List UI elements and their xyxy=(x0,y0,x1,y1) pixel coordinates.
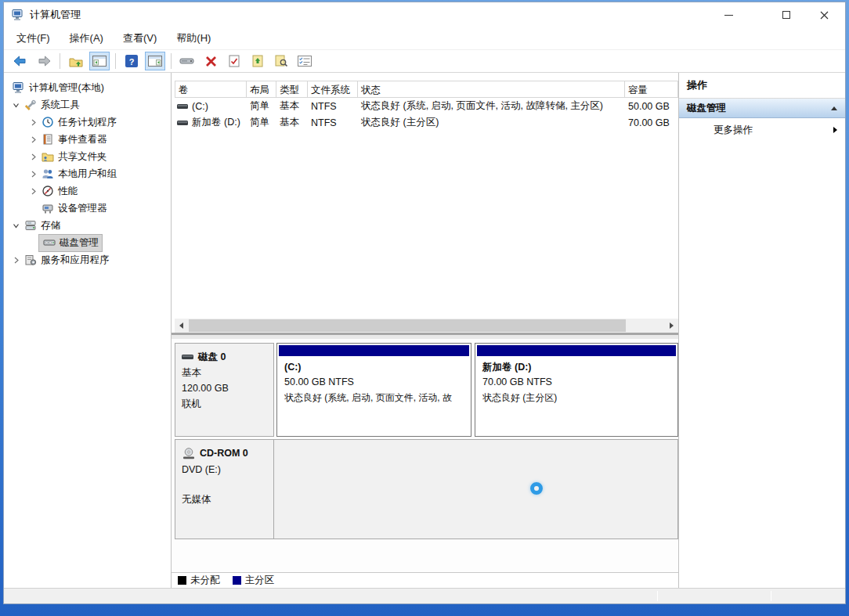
horizontal-scrollbar[interactable] xyxy=(175,319,678,333)
chevron-right-icon[interactable] xyxy=(27,171,39,178)
tree-item-storage[interactable]: 存储 xyxy=(4,217,171,234)
column-header-capacity[interactable]: 容量 xyxy=(625,81,678,98)
partition-c[interactable]: (C:) 50.00 GB NTFS 状态良好 (系统, 启动, 页面文件, 活… xyxy=(276,343,471,437)
column-header-volume[interactable]: 卷 xyxy=(175,81,247,98)
svg-text:?: ? xyxy=(129,57,135,67)
partition-d[interactable]: 新加卷 (D:) 70.00 GB NTFS 状态良好 (主分区) xyxy=(475,343,678,437)
statusbar-separator xyxy=(771,591,771,601)
content-area: 计算机管理(本地) 系统工具 任务计划程序 事件查看器 xyxy=(4,73,845,588)
column-header-status[interactable]: 状态 xyxy=(358,81,625,98)
more-actions-item[interactable]: 更多操作 xyxy=(679,118,845,142)
drive-button[interactable] xyxy=(177,52,197,70)
properties-button[interactable] xyxy=(224,52,244,70)
back-button[interactable] xyxy=(10,52,31,70)
primary-partition-band xyxy=(279,345,469,356)
chevron-right-icon[interactable] xyxy=(27,119,39,126)
close-icon xyxy=(820,11,829,20)
delete-button[interactable] xyxy=(201,52,221,70)
chevron-right-icon[interactable] xyxy=(27,136,39,143)
tree-item-performance[interactable]: 性能 xyxy=(4,182,171,200)
close-button[interactable] xyxy=(806,2,842,27)
scroll-right-icon xyxy=(670,322,674,329)
minimize-button[interactable] xyxy=(710,2,746,27)
pane-splitter[interactable] xyxy=(172,333,678,339)
find-doc-button[interactable] xyxy=(271,52,291,70)
chevron-right-icon[interactable] xyxy=(27,153,39,160)
help-button[interactable]: ? xyxy=(121,52,142,70)
task-scheduler-icon xyxy=(41,116,54,128)
tree-item-services-applications[interactable]: 服务和应用程序 xyxy=(4,251,171,268)
disk-management-icon xyxy=(42,236,56,249)
disk-icon xyxy=(182,353,194,361)
tree-item-device-manager[interactable]: 设备管理器 xyxy=(4,200,171,217)
disk-management-section-header[interactable]: 磁盘管理 xyxy=(679,99,845,118)
toolbar-separator xyxy=(115,53,116,69)
minimize-icon xyxy=(724,15,733,16)
column-header-filesystem[interactable]: 文件系统 xyxy=(308,81,358,98)
table-row-volume-c[interactable]: (C:) 简单 基本 NTFS 状态良好 (系统, 启动, 页面文件, 活动, … xyxy=(175,98,678,114)
cdrom-0-label[interactable]: CD-ROM 0 DVD (E:) 无媒体 xyxy=(175,439,274,539)
cdrom-icon xyxy=(182,448,196,459)
menu-help[interactable]: 帮助(H) xyxy=(168,28,219,49)
volume-table-header: 卷 布局 类型 文件系统 状态 容量 xyxy=(175,81,678,98)
tree-item-local-users-groups[interactable]: 本地用户和组 xyxy=(4,165,171,182)
cdrom-0-media-area[interactable] xyxy=(274,439,678,539)
new-doc-button[interactable] xyxy=(247,52,268,70)
folder-up-button[interactable] xyxy=(66,52,86,70)
tree-item-event-viewer[interactable]: 事件查看器 xyxy=(4,131,171,148)
chevron-right-icon[interactable] xyxy=(10,257,22,264)
scrollbar-thumb[interactable] xyxy=(189,319,626,332)
table-row-volume-d[interactable]: 新加卷 (D:) 简单 基本 NTFS 状态良好 (主分区) 70.00 GB xyxy=(175,114,678,131)
legend-unallocated: 未分配 xyxy=(178,574,220,587)
actions-header: 操作 xyxy=(679,73,845,99)
console-tree-icon xyxy=(92,56,107,67)
volume-icon xyxy=(177,103,189,110)
busy-spinner-icon xyxy=(530,482,543,495)
title-bar[interactable]: 计算机管理 xyxy=(4,2,845,27)
shared-folders-icon xyxy=(41,150,54,163)
scroll-right-button[interactable] xyxy=(665,319,678,333)
partition-c-status: 状态良好 (系统, 启动, 页面文件, 活动, 故 xyxy=(284,391,464,405)
show-action-pane-button[interactable] xyxy=(145,52,165,70)
chevron-down-icon[interactable] xyxy=(10,222,22,229)
toolbar-separator xyxy=(171,53,172,69)
desktop-background: 计算机管理 文件(F) 操作(A) 查看(V) 帮助(H) xyxy=(0,0,849,616)
computer-management-window: 计算机管理 文件(F) 操作(A) 查看(V) 帮助(H) xyxy=(3,2,846,604)
partition-c-title: (C:) xyxy=(284,360,464,375)
tools-icon xyxy=(23,99,37,111)
toolbar: ? xyxy=(4,49,845,73)
menu-action[interactable]: 操作(A) xyxy=(62,28,111,49)
find-doc-icon xyxy=(275,55,288,67)
menu-file[interactable]: 文件(F) xyxy=(9,28,58,49)
disk-0-label[interactable]: 磁盘 0 基本 120.00 GB 联机 xyxy=(175,343,274,437)
selected-highlight: 磁盘管理 xyxy=(39,235,102,251)
disk-0-capacity: 120.00 GB xyxy=(182,380,267,396)
computer-icon xyxy=(12,81,25,94)
collapse-icon[interactable] xyxy=(831,106,837,110)
chevron-right-icon[interactable] xyxy=(27,188,39,195)
action-pane-icon xyxy=(148,56,162,67)
column-header-layout[interactable]: 布局 xyxy=(247,81,276,98)
cdrom-0-media: 无媒体 xyxy=(182,492,267,508)
tree-item-computer-management[interactable]: 计算机管理(本地) xyxy=(4,79,171,96)
checklist-button[interactable] xyxy=(294,52,315,70)
show-console-tree-button[interactable] xyxy=(89,52,110,70)
status-bar xyxy=(4,588,845,603)
submenu-arrow-icon xyxy=(833,127,837,133)
partition-legend: 未分配 主分区 xyxy=(172,572,678,588)
menu-view[interactable]: 查看(V) xyxy=(115,28,164,49)
back-icon xyxy=(13,55,28,67)
scroll-left-button[interactable] xyxy=(175,319,188,333)
checklist-icon xyxy=(298,56,312,67)
forward-button[interactable] xyxy=(34,52,54,70)
device-manager-icon xyxy=(41,202,54,214)
chevron-down-icon[interactable] xyxy=(10,102,22,109)
disk-management-main: 卷 布局 类型 文件系统 状态 容量 (C:) 简单 基本 xyxy=(172,73,678,588)
tree-item-system-tools[interactable]: 系统工具 xyxy=(4,96,171,113)
column-header-type[interactable]: 类型 xyxy=(276,81,308,98)
tree-item-disk-management[interactable]: 磁盘管理 xyxy=(4,234,171,251)
maximize-button[interactable] xyxy=(768,2,804,27)
tree-item-task-scheduler[interactable]: 任务计划程序 xyxy=(4,113,171,131)
disk-0-partitions: (C:) 50.00 GB NTFS 状态良好 (系统, 启动, 页面文件, 活… xyxy=(276,343,678,437)
tree-item-shared-folders[interactable]: 共享文件夹 xyxy=(4,148,171,165)
